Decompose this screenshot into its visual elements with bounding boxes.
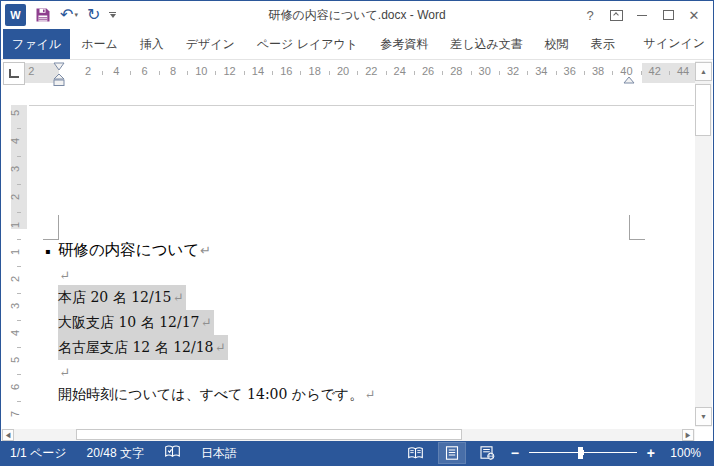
ruler-number: 30 [479, 65, 491, 77]
text-boundary-corner-top-left [43, 215, 59, 240]
proofing-status-button[interactable] [164, 445, 181, 462]
horizontal-scrollbar-thumb[interactable] [76, 429, 462, 440]
ruler-number: 32 [507, 65, 519, 77]
read-mode-view-button[interactable] [403, 443, 429, 463]
ruler-tick [17, 320, 21, 321]
ruler-number: 4 [9, 138, 21, 144]
ruler-tick [641, 71, 642, 75]
paragraph-mark-icon: ↵ [58, 365, 70, 380]
ruler-number: 5 [9, 357, 21, 363]
language-indicator[interactable]: 日本語 [201, 445, 237, 462]
save-button[interactable] [35, 4, 51, 26]
ruler-number: 2 [9, 194, 21, 200]
horizontal-scrollbar[interactable]: ◀ ▶ [1, 429, 695, 441]
scroll-right-button[interactable]: ▶ [682, 429, 694, 441]
zoom-in-button[interactable]: + [647, 446, 655, 460]
vertical-scrollbar[interactable]: ▲ ▼ [695, 61, 712, 427]
ruler-tick [102, 71, 103, 75]
ruler-tick [527, 71, 528, 75]
paragraph-mark-icon: ↵ [200, 315, 212, 330]
tab-selector-button[interactable] [3, 62, 25, 85]
ruler-number: 36 [564, 65, 576, 77]
document-heading-line[interactable]: ▪ 研修の内容について↵ [58, 237, 214, 263]
ruler-tick [17, 156, 21, 157]
maximize-button[interactable] [655, 4, 681, 26]
ruler-tick [612, 71, 613, 75]
tab-file[interactable]: ファイル [3, 29, 70, 59]
ruler-tick [556, 71, 557, 75]
ruler-number: 5 [9, 110, 21, 116]
tab-view[interactable]: 表示 [580, 29, 626, 59]
paragraph-mark-icon: ↵ [172, 290, 184, 305]
ruler-number: 3 [9, 166, 21, 172]
page-top-edge [29, 105, 694, 106]
ruler-tick [244, 71, 245, 75]
help-button[interactable]: ? [577, 4, 603, 26]
ribbon-tab-row: ファイル ホーム 挿入 デザイン ページ レイアウト 参考資料 差し込み文書 校… [1, 29, 713, 60]
ruler-tick [669, 71, 670, 75]
tab-mailings[interactable]: 差し込み文書 [439, 29, 534, 59]
scroll-down-button[interactable]: ▼ [695, 407, 712, 426]
ruler-tick [17, 212, 21, 213]
zoom-percentage[interactable]: 100% [665, 446, 701, 460]
heading-outline-bullet-icon: ▪ [45, 248, 50, 256]
page-indicator[interactable]: 1/1 ページ [10, 445, 67, 462]
ruler-number: 4 [113, 65, 119, 77]
zoom-slider[interactable] [529, 446, 637, 460]
ruler-tick [159, 71, 160, 75]
scroll-left-button[interactable]: ◀ [2, 429, 14, 441]
ruler-number: 2 [28, 65, 34, 77]
minimize-button[interactable] [629, 4, 655, 26]
document-line-nagoya[interactable]: 名古屋支店 12 名 12/18↵ [58, 335, 228, 360]
right-indent-marker[interactable] [623, 76, 635, 85]
selected-text: 名古屋支店 12 名 12/18 [58, 339, 214, 355]
web-layout-view-button[interactable] [475, 443, 501, 463]
ruler-number: 1 [9, 249, 21, 255]
ruler-number: 42 [649, 65, 661, 77]
document-line-osaka[interactable]: 大阪支店 10 名 12/17↵ [58, 310, 214, 335]
hanging-indent-marker[interactable] [53, 73, 65, 87]
ruler-tick [17, 239, 21, 240]
tab-review[interactable]: 校閲 [534, 29, 580, 59]
zoom-slider-handle[interactable] [578, 447, 583, 459]
ruler-tick [215, 71, 216, 75]
ruler-number: 6 [9, 384, 21, 390]
heading-text: 研修の内容について [58, 241, 199, 259]
tab-page-layout[interactable]: ページ レイアウト [246, 29, 369, 59]
scroll-up-button[interactable]: ▲ [695, 62, 712, 81]
ribbon-display-options-icon [610, 10, 623, 21]
tab-design[interactable]: デザイン [175, 29, 246, 59]
title-bar: W ↶ ▾ ↻ 研 [1, 1, 713, 29]
word-app-icon[interactable]: W [5, 4, 26, 26]
ruler-number: 28 [450, 65, 462, 77]
sign-in-link[interactable]: サインイン [636, 29, 713, 59]
first-line-indent-marker[interactable] [53, 62, 65, 71]
close-button[interactable]: ✕ [681, 4, 707, 26]
document-line-honten[interactable]: 本店 20 名 12/15↵ [58, 285, 186, 310]
word-count[interactable]: 20/48 文字 [87, 445, 144, 462]
ruler-number: 26 [422, 65, 434, 77]
tab-references[interactable]: 参考資料 [369, 29, 439, 59]
tab-insert[interactable]: 挿入 [129, 29, 175, 59]
paragraph-mark-icon: ↵ [58, 268, 70, 283]
vertical-ruler[interactable]: 543211234567 [11, 85, 27, 429]
ribbon-display-options-button[interactable] [603, 4, 629, 26]
ruler-number: 10 [195, 65, 207, 77]
print-layout-view-button[interactable] [439, 443, 465, 463]
zoom-out-button[interactable]: − [511, 446, 519, 460]
paragraph-mark-icon: ↵ [199, 243, 211, 258]
document-line-start-time[interactable]: 開始時刻については、すべて 14:00 からです。↵ [58, 382, 378, 407]
ruler-tick [187, 71, 188, 75]
vertical-scrollbar-thumb[interactable] [695, 84, 711, 136]
ruler-tick [130, 71, 131, 75]
horizontal-ruler[interactable]: 2246810121416182022242628303234363840424… [1, 61, 695, 85]
ruler-tick [17, 293, 21, 294]
paragraph-mark-icon: ↵ [214, 340, 226, 355]
ruler-number: 6 [142, 65, 148, 77]
ruler-tick [499, 71, 500, 75]
ruler-tick [386, 71, 387, 75]
web-layout-icon [480, 446, 495, 460]
maximize-icon [663, 10, 674, 20]
ruler-tick [584, 71, 585, 75]
tab-home[interactable]: ホーム [70, 29, 129, 59]
